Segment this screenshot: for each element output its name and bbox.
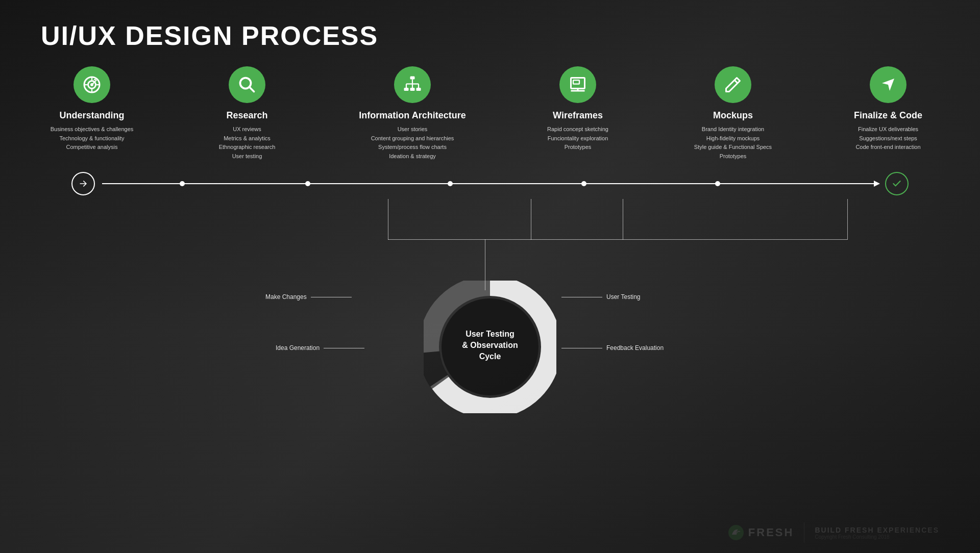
list-item: UX reviews	[219, 125, 276, 134]
step-understanding-items: Business objectives & challenges Technol…	[51, 125, 134, 152]
finalize-icon-circle	[870, 66, 906, 103]
label-user-testing: User Testing	[561, 293, 640, 300]
step-finalize: Finalize & Code Finalize UX deliverables…	[837, 66, 939, 152]
ia-connector-v	[388, 199, 388, 240]
list-item: Competitive analysis	[51, 143, 134, 152]
svg-text:Cycle: Cycle	[479, 352, 501, 361]
svg-rect-7	[410, 88, 415, 91]
timeline-end	[885, 172, 909, 195]
wf-connector-v	[531, 199, 531, 240]
make-changes-text: Make Changes	[265, 293, 307, 300]
user-testing-text: User Testing	[606, 293, 640, 300]
label-idea: Idea Generation	[276, 344, 364, 351]
timeline-dot-4	[581, 181, 586, 186]
svg-rect-8	[416, 88, 421, 91]
step-understanding-title: Understanding	[59, 110, 124, 121]
svg-rect-6	[404, 88, 409, 91]
research-icon-circle	[229, 66, 265, 103]
step-ia-items: User stories Content grouping and hierar…	[371, 125, 454, 161]
list-item: System/process flow charts	[371, 143, 454, 152]
list-item: Technology & functionality	[51, 134, 134, 143]
mockups-icon-circle	[715, 66, 751, 103]
feedback-text: Feedback Evaluation	[606, 344, 664, 351]
make-changes-line	[311, 297, 352, 297]
list-item: Style guide & Functional Specs	[694, 143, 772, 152]
list-item: Brand Identity integration	[694, 125, 772, 134]
cycle-diagram: User Testing & Observation Cycle	[424, 281, 556, 415]
check-icon	[892, 179, 902, 189]
list-item: Content grouping and hierarchies	[371, 134, 454, 143]
list-item: User stories	[371, 125, 454, 134]
step-mockups-title: Mockups	[713, 110, 753, 121]
page-title: UI/UX DESIGN PROCESS	[41, 20, 939, 51]
timeline-dot-5	[715, 181, 720, 186]
idea-text: Idea Generation	[276, 344, 320, 351]
list-item: Prototypes	[547, 143, 608, 152]
svg-line-18	[734, 80, 738, 83]
timeline-start	[71, 172, 95, 195]
list-item: Ideation & strategy	[371, 152, 454, 161]
label-feedback: Feedback Evaluation	[561, 344, 664, 351]
list-item: Suggestions/next steps	[855, 134, 920, 143]
list-item: Metrics & analytics	[219, 134, 276, 143]
user-testing-line	[561, 297, 602, 297]
svg-line-4	[250, 87, 254, 92]
step-ia: Information Architecture User stories Co…	[351, 66, 474, 161]
step-research: Research UX reviews Metrics & analytics …	[196, 66, 298, 161]
svg-rect-15	[573, 80, 579, 84]
step-wireframes-items: Rapid concept sketching Funciontality ex…	[547, 125, 608, 152]
list-item: High-fidelity mockups	[694, 134, 772, 143]
list-item: Ethnographic research	[219, 143, 276, 152]
timeline-arrowhead	[874, 181, 880, 187]
mockup-connector-v	[623, 199, 623, 240]
step-finalize-items: Finalize UX deliverables Suggestions/nex…	[855, 125, 920, 152]
timeline-dot-2	[305, 181, 310, 186]
list-item: Funciontality exploration	[547, 134, 608, 143]
wireframe-icon	[569, 76, 587, 94]
timeline	[41, 168, 939, 199]
understanding-icon-circle	[74, 66, 110, 103]
svg-rect-5	[410, 77, 415, 80]
ia-icon-circle	[394, 66, 431, 103]
bottom-section: User Testing & Observation Cycle User Te…	[41, 199, 939, 357]
step-mockups-items: Brand Identity integration High-fidelity…	[694, 125, 772, 161]
timeline-dot-1	[180, 181, 185, 186]
step-understanding: Understanding Business objectives & chal…	[41, 66, 143, 152]
steps-container: Understanding Business objectives & chal…	[41, 66, 939, 161]
pen-icon	[724, 76, 742, 94]
timeline-dot-3	[448, 181, 453, 186]
step-research-title: Research	[226, 110, 267, 121]
step-wireframes-title: Wireframes	[553, 110, 603, 121]
list-item: Prototypes	[694, 152, 772, 161]
send-icon	[879, 76, 897, 94]
list-item: Finalize UX deliverables	[855, 125, 920, 134]
step-mockups: Mockups Brand Identity integration High-…	[682, 66, 784, 161]
step-wireframes: Wireframes Rapid concept sketching Funci…	[527, 66, 629, 152]
timeline-line	[102, 183, 878, 184]
target-icon	[83, 76, 101, 94]
main-content: UI/UX DESIGN PROCESS Understanding Busin…	[0, 0, 980, 553]
cycle-svg: User Testing & Observation Cycle	[424, 281, 556, 413]
step-ia-title: Information Architecture	[359, 110, 465, 121]
label-make-changes: Make Changes	[265, 293, 352, 300]
step-finalize-title: Finalize & Code	[854, 110, 922, 121]
feedback-line	[561, 348, 602, 348]
arrow-right-icon	[78, 179, 88, 189]
list-item: Code front-end interaction	[855, 143, 920, 152]
step-research-items: UX reviews Metrics & analytics Ethnograp…	[219, 125, 276, 161]
idea-line	[324, 348, 364, 348]
list-item: Rapid concept sketching	[547, 125, 608, 134]
h-connector-line	[388, 239, 847, 240]
sitemap-icon	[403, 76, 422, 94]
list-item: Business objectives & challenges	[51, 125, 134, 134]
search-icon	[238, 76, 256, 94]
list-item: User testing	[219, 152, 276, 161]
svg-text:& Observation: & Observation	[462, 341, 518, 349]
finalize-connector-v	[847, 199, 848, 240]
svg-text:User Testing: User Testing	[465, 330, 514, 338]
wireframes-icon-circle	[559, 66, 596, 103]
